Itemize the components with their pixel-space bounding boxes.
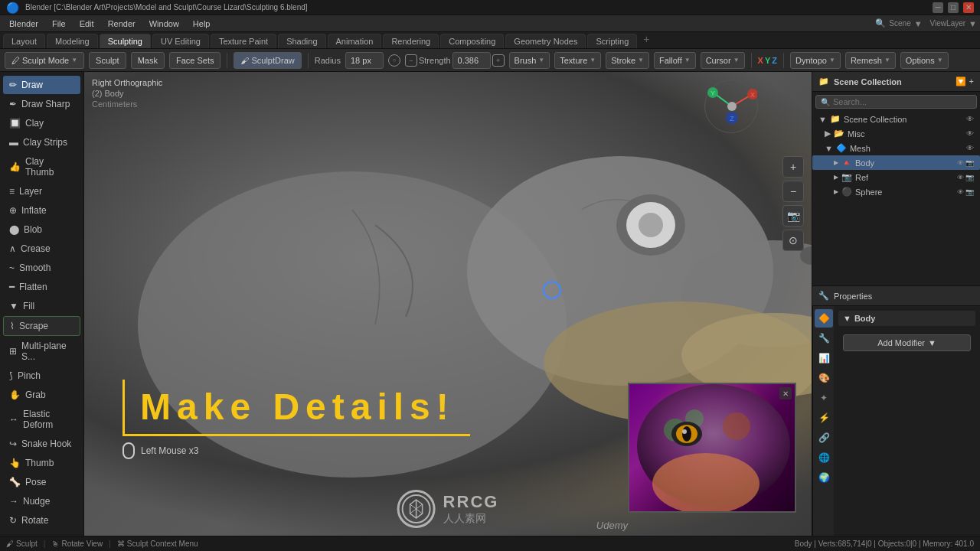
texture-dropdown[interactable]: Texture ▼: [554, 52, 601, 69]
visibility-icon[interactable]: 👁: [966, 144, 974, 152]
tool-rotate[interactable]: ↻ Rotate: [3, 511, 80, 530]
outliner-mesh[interactable]: ▼ 🔷 Mesh 👁: [812, 141, 980, 155]
tab-shading[interactable]: Shading: [278, 34, 325, 48]
body-render-icon[interactable]: 📷: [965, 159, 974, 167]
remesh-dropdown[interactable]: Remesh ▼: [845, 52, 896, 69]
falloff-dropdown[interactable]: Falloff ▼: [654, 52, 696, 69]
stroke-dropdown[interactable]: Stroke ▼: [606, 52, 649, 69]
tool-elastic-deform[interactable]: ↔ Elastic Deform: [3, 405, 80, 434]
tool-grab[interactable]: ✋ Grab: [3, 386, 80, 404]
filter-icon[interactable]: 🔽: [956, 77, 966, 86]
zoom-in-button[interactable]: +: [782, 156, 804, 178]
tool-thumb[interactable]: 👆 Thumb: [3, 454, 80, 472]
tab-modeling[interactable]: Modeling: [47, 34, 98, 48]
tool-clay-thumb[interactable]: 👍 Clay Thumb: [3, 152, 80, 181]
sculpt-mode-dropdown[interactable]: 🖊 Sculpt Mode ▼: [5, 52, 84, 69]
tool-clay[interactable]: 🔲 Clay: [3, 114, 80, 132]
active-object-header[interactable]: ▼ Body: [838, 311, 975, 326]
body-vis-icon[interactable]: 👁: [957, 159, 964, 167]
menu-file[interactable]: File: [46, 18, 72, 30]
tab-uv-editing[interactable]: UV Editing: [152, 34, 209, 48]
tool-inflate[interactable]: ⊕ Inflate: [3, 201, 80, 220]
brush-name-display[interactable]: 🖌 SculptDraw: [234, 52, 301, 69]
view-toggle-button[interactable]: 📷: [782, 205, 804, 227]
tab-sculpting[interactable]: Sculpting: [100, 34, 151, 48]
outliner-misc[interactable]: ▶ 📂 Misc 👁: [812, 126, 980, 141]
menu-help[interactable]: Help: [187, 18, 217, 30]
face-sets-button[interactable]: Face Sets: [169, 52, 221, 69]
prop-tab-object[interactable]: 🔶: [815, 309, 833, 328]
menu-render[interactable]: Render: [102, 18, 142, 30]
tool-crease[interactable]: ∧ Crease: [3, 240, 80, 258]
menu-window[interactable]: Window: [143, 18, 185, 30]
outliner-sphere[interactable]: ▶ ⚫ Sphere 👁 📷: [812, 184, 980, 199]
tool-fill[interactable]: ▼ Fill: [3, 297, 80, 315]
tool-clay-strips[interactable]: ▬ Clay Strips: [3, 133, 80, 152]
prop-tab-modifier[interactable]: 🔧: [815, 329, 833, 347]
outliner-scene-collection[interactable]: ▼ 📁 Scene Collection 👁: [812, 112, 980, 126]
ref-render-icon[interactable]: 📷: [965, 174, 974, 181]
zoom-out-button[interactable]: −: [782, 181, 804, 202]
visibility-icon[interactable]: 👁: [966, 129, 974, 138]
tool-nudge[interactable]: → Nudge: [3, 492, 80, 510]
tool-blob[interactable]: ⬤ Blob: [3, 220, 80, 239]
outliner-search-input[interactable]: [833, 97, 972, 106]
menu-blender[interactable]: Blender: [3, 18, 44, 30]
visibility-icon[interactable]: 👁: [966, 115, 974, 123]
options-dropdown[interactable]: Options ▼: [900, 52, 949, 69]
tab-scripting[interactable]: Scripting: [587, 34, 637, 48]
tab-rendering[interactable]: Rendering: [383, 34, 439, 48]
outliner-body[interactable]: ▶ 🔺 Body 👁 📷: [812, 155, 980, 170]
tab-layout[interactable]: Layout: [3, 34, 45, 48]
tab-texture-paint[interactable]: Texture Paint: [211, 34, 276, 48]
viewport[interactable]: Right Orthographic (2) Body Centimeters …: [84, 72, 812, 536]
prop-tab-physics[interactable]: ⚡: [815, 409, 833, 427]
tab-compositing[interactable]: Compositing: [440, 34, 504, 48]
sphere-render-icon[interactable]: 📷: [965, 188, 974, 196]
viewport-gizmo[interactable]: Z X Y: [704, 80, 766, 141]
prop-tab-data[interactable]: 📊: [815, 349, 833, 367]
radius-value[interactable]: 18 px: [345, 52, 384, 69]
overlay-button[interactable]: ⊙: [782, 230, 804, 251]
maximize-button[interactable]: □: [948, 2, 959, 13]
sculpt-button[interactable]: Sculpt: [89, 52, 126, 69]
new-collection-icon[interactable]: +: [969, 77, 974, 86]
dyntopo-dropdown[interactable]: Dyntopo ▼: [790, 52, 841, 69]
axis-z-label[interactable]: Z: [772, 56, 777, 65]
tool-draw-sharp[interactable]: ✒ Draw Sharp: [3, 95, 80, 113]
axis-y-label[interactable]: Y: [765, 56, 770, 65]
radius-circle-icon[interactable]: ○: [388, 54, 400, 67]
outliner-ref[interactable]: ▶ 📷 Ref 👁 📷: [812, 170, 980, 184]
minimize-button[interactable]: ─: [933, 2, 943, 13]
tab-animation[interactable]: Animation: [328, 34, 382, 48]
prop-tab-scene[interactable]: 🌐: [815, 448, 833, 467]
sphere-vis-icon[interactable]: 👁: [957, 188, 964, 196]
tool-layer[interactable]: ≡ Layer: [3, 182, 80, 201]
brush-dropdown[interactable]: Brush ▼: [509, 52, 550, 69]
ref-vis-icon[interactable]: 👁: [957, 174, 964, 181]
menu-edit[interactable]: Edit: [74, 18, 100, 30]
tool-smooth[interactable]: ~ Smooth: [3, 259, 80, 277]
subtract-strength-button[interactable]: −: [405, 54, 417, 67]
add-strength-button[interactable]: +: [492, 54, 505, 67]
mask-button[interactable]: Mask: [131, 52, 165, 69]
strength-value[interactable]: 0.386: [452, 52, 491, 69]
tool-snake-hook[interactable]: ↪ Snake Hook: [3, 435, 80, 453]
add-workspace-button[interactable]: +: [639, 31, 654, 47]
tool-pose[interactable]: 🦴 Pose: [3, 473, 80, 491]
tool-multiplane[interactable]: ⊞ Multi-plane S...: [3, 337, 80, 366]
prop-tab-constraints[interactable]: 🔗: [815, 429, 833, 447]
cursor-dropdown[interactable]: Cursor ▼: [701, 52, 745, 69]
add-modifier-button[interactable]: Add Modifier ▼: [843, 334, 971, 351]
tab-geometry-nodes[interactable]: Geometry Nodes: [505, 34, 586, 48]
axis-x-label[interactable]: X: [758, 56, 763, 65]
tool-scrape[interactable]: ⌇ Scrape: [3, 316, 80, 336]
tool-pinch[interactable]: ⟆ Pinch: [3, 367, 80, 385]
close-button[interactable]: ✕: [963, 2, 974, 13]
prop-tab-particle[interactable]: ✦: [815, 389, 833, 407]
tool-flatten[interactable]: ━ Flatten: [3, 278, 80, 296]
prop-tab-material[interactable]: 🎨: [815, 369, 833, 387]
reference-image[interactable]: ✕: [628, 383, 796, 513]
prop-tab-world[interactable]: 🌍: [815, 468, 833, 487]
tool-draw[interactable]: ✏ Draw: [3, 76, 80, 94]
